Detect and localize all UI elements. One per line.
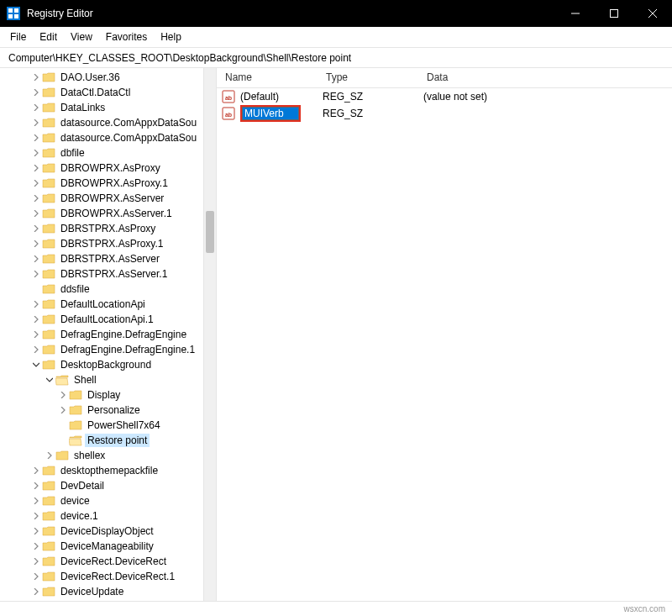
tree-item-label[interactable]: desktopthemepackfile	[58, 464, 160, 477]
chevron-right-icon[interactable]	[30, 542, 42, 551]
tree-item-label[interactable]: ddsfile	[58, 282, 92, 296]
menu-edit[interactable]: Edit	[33, 29, 64, 45]
tree-item[interactable]: Restore point	[0, 433, 216, 448]
tree-item-label[interactable]: DBROWPRX.AsServer.1	[58, 207, 175, 220]
column-header-name[interactable]: Name	[217, 68, 318, 87]
tree-item-label[interactable]: dbfile	[58, 146, 87, 160]
tree-item[interactable]: DeviceDisplayObject	[0, 524, 216, 539]
tree-item[interactable]: desktopthemepackfile	[0, 463, 216, 478]
chevron-right-icon[interactable]	[30, 512, 42, 521]
tree-item[interactable]: PowerShell7x64	[0, 418, 216, 433]
tree-item-label[interactable]: DevDetail	[58, 479, 107, 492]
tree-item[interactable]: DefaultLocationApi	[0, 297, 216, 312]
tree-item[interactable]: DefaultLocationApi.1	[0, 312, 216, 327]
value-name[interactable]	[240, 105, 323, 122]
tree-item-label[interactable]: DataCtl.DataCtl	[58, 86, 133, 99]
tree-item[interactable]: DevDetail	[0, 478, 216, 493]
tree-item-label[interactable]: PowerShell7x64	[85, 419, 163, 432]
chevron-right-icon[interactable]	[30, 179, 42, 188]
list-pane[interactable]: Name Type Data ab(Default)REG_SZ(value n…	[217, 68, 672, 601]
tree-item[interactable]: DataLinks	[0, 100, 216, 115]
tree-item[interactable]: DefragEngine.DefragEngine	[0, 327, 216, 342]
column-header-data[interactable]: Data	[418, 68, 672, 87]
tree-item[interactable]: device.1	[0, 508, 216, 524]
tree-item[interactable]: DBROWPRX.AsServer.1	[0, 206, 216, 221]
tree-item[interactable]: DesktopBackground	[0, 357, 216, 372]
tree-item[interactable]: DBROWPRX.AsProxy	[0, 161, 216, 176]
tree-item[interactable]: Display	[0, 387, 216, 403]
tree-item-label[interactable]: Restore point	[85, 434, 150, 447]
tree-item-label[interactable]: DeviceRect.DeviceRect.1	[58, 570, 177, 583]
menu-favorites[interactable]: Favorites	[99, 29, 154, 45]
chevron-right-icon[interactable]	[30, 240, 42, 249]
tree-item-label[interactable]: DBROWPRX.AsProxy.1	[58, 176, 171, 190]
chevron-right-icon[interactable]	[30, 73, 42, 82]
address-path[interactable]: Computer\HKEY_CLASSES_ROOT\DesktopBackgr…	[5, 50, 667, 66]
tree-item-label[interactable]: DBRSTPRX.AsProxy.1	[58, 237, 165, 250]
tree-item-label[interactable]: DefragEngine.DefragEngine	[58, 328, 189, 341]
tree-item[interactable]: dbfile	[0, 145, 216, 161]
tree-item[interactable]: Shell	[0, 372, 216, 387]
menu-view[interactable]: View	[64, 29, 99, 45]
chevron-right-icon[interactable]	[30, 482, 42, 491]
chevron-right-icon[interactable]	[30, 557, 42, 566]
menu-file[interactable]: File	[3, 29, 33, 45]
tree-item[interactable]: DBRSTPRX.AsProxy	[0, 221, 216, 236]
tree-item-label[interactable]: datasource.ComAppxDataSou	[58, 116, 199, 129]
scrollbar-thumb[interactable]	[206, 211, 214, 253]
chevron-right-icon[interactable]	[30, 255, 42, 264]
tree-item[interactable]: DeviceUpdateCenter	[0, 599, 216, 601]
tree-item[interactable]: shellex	[0, 448, 216, 463]
chevron-right-icon[interactable]	[44, 451, 55, 461]
chevron-right-icon[interactable]	[57, 406, 69, 415]
tree-item-label[interactable]: DataLinks	[58, 101, 108, 114]
tree-item[interactable]: DeviceRect.DeviceRect	[0, 554, 216, 569]
tree-item-label[interactable]: DefragEngine.DefragEngine.1	[58, 343, 197, 356]
menu-help[interactable]: Help	[154, 29, 188, 45]
tree-item-label[interactable]: DBROWPRX.AsServer	[58, 192, 166, 205]
chevron-right-icon[interactable]	[30, 315, 42, 324]
rename-input[interactable]	[242, 107, 299, 120]
tree-item-label[interactable]: DBRSTPRX.AsProxy	[58, 222, 158, 235]
tree-item-label[interactable]: DBROWPRX.AsProxy	[58, 161, 163, 175]
chevron-down-icon[interactable]	[44, 376, 55, 385]
tree-item-label[interactable]: DBRSTPRX.AsServer.1	[58, 267, 170, 281]
tree-item-label[interactable]: DefaultLocationApi	[58, 297, 148, 311]
tree-item[interactable]: DBRSTPRX.AsServer	[0, 251, 216, 266]
tree-item[interactable]: ddsfile	[0, 282, 216, 297]
tree-item[interactable]: device	[0, 493, 216, 508]
chevron-down-icon[interactable]	[30, 361, 42, 370]
chevron-right-icon[interactable]	[30, 572, 42, 582]
tree-item-label[interactable]: Display	[85, 388, 123, 402]
chevron-right-icon[interactable]	[30, 345, 42, 355]
close-button[interactable]	[633, 0, 672, 27]
tree-item-label[interactable]: DeviceDisplayObject	[58, 524, 156, 538]
list-row[interactable]: ab(Default)REG_SZ(value not set)	[217, 88, 672, 105]
tree-item[interactable]: datasource.ComAppxDataSou	[0, 115, 216, 130]
chevron-right-icon[interactable]	[30, 134, 42, 143]
tree-item-label[interactable]: shellex	[71, 449, 108, 462]
tree-item-label[interactable]: DBRSTPRX.AsServer	[58, 252, 162, 266]
tree-item[interactable]: DataCtl.DataCtl	[0, 85, 216, 100]
chevron-right-icon[interactable]	[30, 270, 42, 279]
chevron-right-icon[interactable]	[30, 88, 42, 97]
chevron-right-icon[interactable]	[30, 587, 42, 597]
tree-item-label[interactable]: device.1	[58, 509, 101, 523]
tree-item[interactable]: DAO.User.36	[0, 70, 216, 85]
tree-item[interactable]: DBROWPRX.AsServer	[0, 191, 216, 206]
tree-item-label[interactable]: DeviceRect.DeviceRect	[58, 555, 169, 568]
minimize-button[interactable]	[556, 0, 595, 27]
tree-item-label[interactable]: DeviceUpdateCenter	[58, 600, 156, 601]
tree-item[interactable]: DeviceManageability	[0, 539, 216, 554]
tree-item-label[interactable]: device	[58, 494, 92, 508]
chevron-right-icon[interactable]	[30, 527, 42, 536]
tree-item[interactable]: DBRSTPRX.AsProxy.1	[0, 236, 216, 251]
tree-item[interactable]: DBRSTPRX.AsServer.1	[0, 266, 216, 282]
chevron-right-icon[interactable]	[30, 103, 42, 113]
tree-item-label[interactable]: datasource.ComAppxDataSou	[58, 131, 199, 145]
tree-scrollbar[interactable]	[203, 68, 216, 601]
chevron-right-icon[interactable]	[30, 300, 42, 309]
chevron-right-icon[interactable]	[57, 391, 69, 400]
tree-item[interactable]: DefragEngine.DefragEngine.1	[0, 342, 216, 357]
chevron-right-icon[interactable]	[30, 224, 42, 234]
